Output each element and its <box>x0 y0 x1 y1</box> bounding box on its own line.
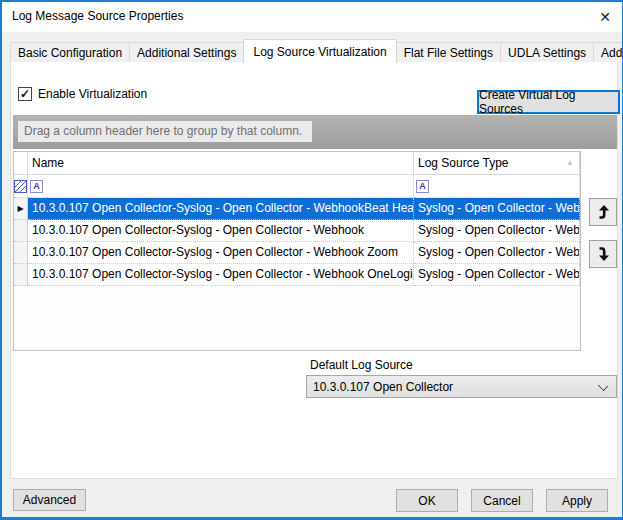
filter-indicator-cell <box>14 175 28 198</box>
tab-basic-configuration[interactable]: Basic Configuration <box>10 42 130 62</box>
enable-virtualization-checkbox[interactable]: ✓ <box>18 87 32 101</box>
grid-filter-row: A A <box>14 175 580 198</box>
arrow-down-icon <box>595 246 611 262</box>
default-log-source-value: 10.3.0.107 Open Collector <box>313 380 453 394</box>
cancel-button[interactable]: Cancel <box>471 489 533 512</box>
row-name-cell[interactable]: 10.3.0.107 Open Collector-Syslog - Open … <box>28 198 414 220</box>
row-name-cell[interactable]: 10.3.0.107 Open Collector-Syslog - Open … <box>28 264 414 286</box>
current-row-marker-icon: ▶ <box>17 205 23 213</box>
row-indicator-cell <box>14 242 28 264</box>
sort-ascending-icon: ▲ <box>566 159 574 167</box>
table-row[interactable]: 10.3.0.107 Open Collector-Syslog - Open … <box>14 242 580 264</box>
virtual-log-sources-grid: Name Log Source Type ▲ A <box>13 151 581 351</box>
clear-filter-icon[interactable] <box>14 180 27 193</box>
tab-strip: Basic Configuration Additional Settings … <box>10 38 623 62</box>
create-virtual-log-sources-button[interactable]: Create Virtual Log Sources <box>477 90 620 114</box>
row-type-cell[interactable]: Syslog - Open Collector - Webh... <box>414 242 580 264</box>
group-by-hint: Drag a column header here to group by th… <box>18 121 312 142</box>
tab-log-source-virtualization[interactable]: Log Source Virtualization <box>243 39 396 63</box>
table-row[interactable]: ▶ 10.3.0.107 Open Collector-Syslog - Ope… <box>14 198 580 220</box>
tab-flat-file-settings[interactable]: Flat File Settings <box>396 42 501 62</box>
row-name-cell[interactable]: 10.3.0.107 Open Collector-Syslog - Open … <box>28 220 414 242</box>
table-row[interactable]: 10.3.0.107 Open Collector-Syslog - Open … <box>14 264 580 286</box>
header-indicator-cell <box>14 152 28 175</box>
log-message-source-properties-dialog: Log Message Source Properties ✕ Basic Co… <box>0 0 623 520</box>
chevron-down-icon <box>598 381 608 391</box>
enable-virtualization-label: Enable Virtualization <box>38 87 147 101</box>
row-type-cell[interactable]: Syslog - Open Collector - Webh... <box>414 198 580 220</box>
column-header-name[interactable]: Name <box>28 152 414 175</box>
move-down-button[interactable] <box>589 240 617 268</box>
arrow-up-icon <box>595 204 611 220</box>
ok-button[interactable]: OK <box>396 489 458 512</box>
row-indicator-cell <box>14 264 28 286</box>
tab-additional-info[interactable]: Additional Info <box>593 42 623 62</box>
group-by-bar[interactable]: Drag a column header here to group by th… <box>13 115 617 149</box>
text-filter-icon[interactable]: A <box>30 180 43 193</box>
row-type-cell[interactable]: Syslog - Open Collector - Webh... <box>414 264 580 286</box>
table-row[interactable]: 10.3.0.107 Open Collector-Syslog - Open … <box>14 220 580 242</box>
row-type-cell[interactable]: Syslog - Open Collector - Webh... <box>414 220 580 242</box>
row-indicator-cell <box>14 220 28 242</box>
default-log-source-label: Default Log Source <box>310 358 413 372</box>
column-header-log-source-type[interactable]: Log Source Type ▲ <box>414 152 580 175</box>
apply-button[interactable]: Apply <box>546 489 608 512</box>
move-up-button[interactable] <box>589 198 617 226</box>
tab-udla-settings[interactable]: UDLA Settings <box>500 42 594 62</box>
filter-cell-name[interactable]: A <box>28 175 414 198</box>
tab-additional-settings[interactable]: Additional Settings <box>129 42 244 62</box>
grid-header-row: Name Log Source Type ▲ <box>14 152 580 175</box>
default-log-source-dropdown[interactable]: 10.3.0.107 Open Collector <box>306 375 617 398</box>
close-icon[interactable]: ✕ <box>592 5 618 29</box>
window-title: Log Message Source Properties <box>12 9 183 23</box>
filter-cell-log-source-type[interactable]: A <box>414 175 580 198</box>
text-filter-icon[interactable]: A <box>416 180 429 193</box>
title-bar: Log Message Source Properties ✕ <box>2 2 622 32</box>
tab-panel-log-source-virtualization: ✓ Enable Virtualization Create Virtual L… <box>10 61 618 479</box>
column-header-log-source-type-label: Log Source Type <box>418 156 509 170</box>
advanced-button[interactable]: Advanced <box>13 489 86 511</box>
checkmark-icon: ✓ <box>20 89 30 99</box>
row-indicator-cell: ▶ <box>14 198 28 220</box>
row-name-cell[interactable]: 10.3.0.107 Open Collector-Syslog - Open … <box>28 242 414 264</box>
